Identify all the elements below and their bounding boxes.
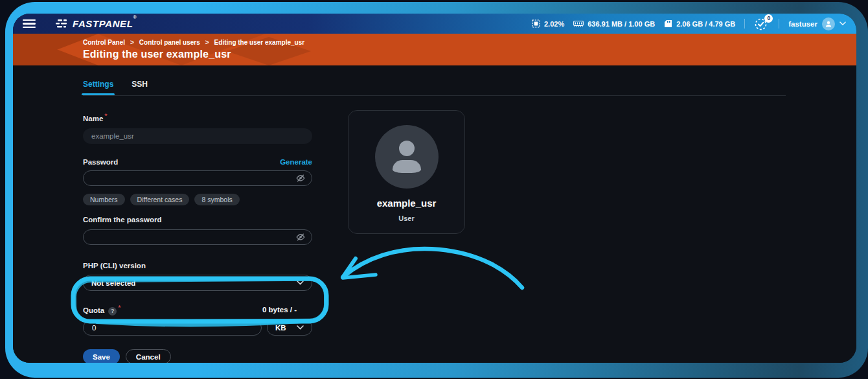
username-label: fastuser — [788, 20, 817, 28]
generate-password-link[interactable]: Generate — [280, 158, 312, 166]
registered-mark: ® — [133, 15, 137, 19]
topbar-separator — [744, 19, 745, 29]
user-card-role: User — [348, 214, 464, 222]
cpu-usage-value: 2.02% — [544, 20, 564, 28]
chevron-down-icon — [297, 325, 304, 330]
quota-help-icon[interactable]: ? — [108, 307, 117, 316]
user-card: example_usr User — [348, 110, 465, 234]
page-title: Editing the user example_usr — [83, 49, 856, 60]
person-icon — [399, 141, 415, 156]
breadcrumb-control-panel[interactable]: Control Panel — [83, 39, 125, 46]
chevron-down-icon — [839, 21, 846, 26]
tab-divider — [83, 95, 786, 96]
confirm-password-label: Confirm the password — [83, 216, 161, 224]
logo-text: FASTPANEL® — [73, 18, 137, 29]
tab-settings[interactable]: Settings — [83, 80, 113, 95]
tab-bar: Settings SSH — [83, 80, 856, 95]
hint-symbols: 8 symbols — [194, 194, 239, 205]
user-edit-form: Name* Password Generate — [83, 112, 312, 363]
save-button[interactable]: Save — [83, 349, 120, 363]
cancel-button[interactable]: Cancel — [126, 349, 171, 363]
php-cli-version-label: PHP (CLI) version — [83, 262, 146, 270]
hint-numbers: Numbers — [83, 194, 125, 205]
page-header: Control Panel > Control panel users > Ed… — [13, 34, 856, 65]
ram-usage-stat: 636.91 MB / 1.00 GB — [573, 20, 655, 28]
topbar-stats: 2.02% 636.91 MB / 1.00 GB 2.06 GB / 4.79… — [532, 17, 846, 31]
password-field[interactable] — [83, 170, 312, 186]
eye-slash-icon[interactable] — [295, 173, 306, 186]
main-content: Settings SSH Name* Password Generate — [13, 65, 856, 363]
required-mark: * — [104, 112, 107, 120]
app-window: FASTPANEL® 2.02% 636.91 MB / 1.00 GB — [13, 14, 856, 363]
ram-usage-value: 636.91 MB / 1.00 GB — [588, 20, 655, 28]
tab-ssh[interactable]: SSH — [131, 80, 148, 95]
confirm-password-field[interactable] — [83, 229, 312, 245]
required-mark: * — [118, 304, 120, 312]
breadcrumb-control-panel-users[interactable]: Control panel users — [139, 39, 200, 46]
notifications-button[interactable]: 0 — [754, 17, 770, 31]
ram-icon — [573, 20, 584, 28]
php-cli-selected-value: Not selected — [91, 279, 135, 287]
password-label: Password — [83, 158, 118, 166]
quota-field[interactable] — [83, 320, 262, 336]
password-requirements: Numbers Different cases 8 symbols — [83, 194, 312, 205]
disk-usage-value: 2.06 GB / 4.79 GB — [676, 20, 735, 28]
cpu-icon — [532, 19, 540, 28]
quota-label: Quota — [83, 306, 104, 314]
notification-badge: 0 — [764, 14, 773, 23]
equalizer-icon — [56, 19, 68, 29]
fastpanel-logo[interactable]: FASTPANEL® — [56, 18, 137, 29]
breadcrumb: Control Panel > Control panel users > Ed… — [83, 39, 856, 46]
eye-slash-icon[interactable] — [295, 232, 306, 245]
hint-cases: Different cases — [130, 194, 190, 205]
user-menu[interactable]: fastuser — [788, 17, 846, 30]
hamburger-menu-icon[interactable] — [19, 17, 39, 31]
user-avatar-icon — [822, 17, 835, 30]
chevron-down-icon — [297, 281, 304, 285]
name-field[interactable] — [83, 128, 312, 144]
topbar: FASTPANEL® 2.02% 636.91 MB / 1.00 GB — [13, 14, 856, 34]
quota-unit-value: KB — [275, 324, 286, 332]
php-cli-version-select[interactable]: Not selected — [83, 275, 312, 291]
disk-icon — [664, 19, 672, 28]
cpu-usage-stat: 2.02% — [532, 19, 564, 28]
quota-unit-select[interactable]: KB — [267, 319, 312, 336]
breadcrumb-separator: > — [130, 39, 134, 46]
breadcrumb-separator: > — [205, 39, 209, 46]
user-card-name: example_usr — [348, 198, 464, 209]
topbar-separator — [779, 19, 779, 29]
name-label: Name — [83, 115, 103, 122]
breadcrumb-current: Editing the user example_usr — [214, 39, 305, 46]
user-avatar-large — [375, 125, 439, 189]
disk-usage-stat: 2.06 GB / 4.79 GB — [664, 19, 735, 28]
quota-usage-value: 0 bytes / - — [262, 306, 312, 314]
